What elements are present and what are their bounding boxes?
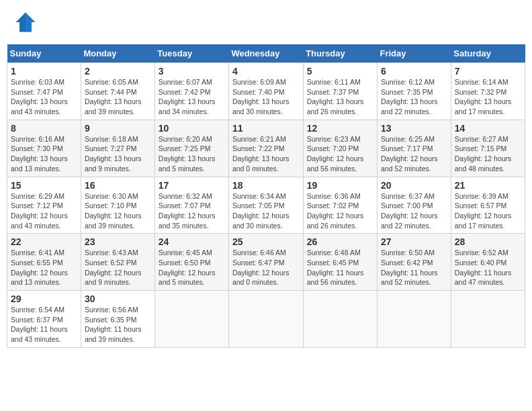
header-wednesday: Wednesday (228, 44, 303, 63)
logo-icon (13, 10, 38, 34)
day-number: 13 (381, 123, 447, 134)
calendar-cell: 9Sunrise: 6:18 AMSunset: 7:27 PMDaylight… (81, 120, 154, 177)
day-number: 28 (455, 236, 521, 247)
day-info: Sunrise: 6:56 AMSunset: 6:35 PMDaylight:… (85, 305, 151, 345)
calendar-cell: 8Sunrise: 6:16 AMSunset: 7:30 PMDaylight… (7, 120, 81, 177)
header-sunday: Sunday (7, 44, 81, 63)
calendar-cell: 6Sunrise: 6:12 AMSunset: 7:35 PMDaylight… (377, 63, 451, 120)
calendar-cell: 21Sunrise: 6:39 AMSunset: 6:57 PMDayligh… (451, 177, 525, 234)
header-thursday: Thursday (303, 44, 377, 63)
calendar-cell (377, 291, 451, 348)
day-number: 5 (307, 66, 373, 77)
day-info: Sunrise: 6:18 AMSunset: 7:27 PMDaylight:… (85, 134, 151, 174)
calendar-cell: 25Sunrise: 6:46 AMSunset: 6:47 PMDayligh… (228, 234, 303, 291)
day-info: Sunrise: 6:36 AMSunset: 7:02 PMDaylight:… (307, 191, 373, 231)
day-info: Sunrise: 6:23 AMSunset: 7:20 PMDaylight:… (307, 134, 373, 174)
calendar-header-row: SundayMondayTuesdayWednesdayThursdayFrid… (7, 44, 525, 63)
day-number: 11 (232, 123, 300, 134)
day-info: Sunrise: 6:14 AMSunset: 7:32 PMDaylight:… (455, 77, 521, 117)
day-info: Sunrise: 6:11 AMSunset: 7:37 PMDaylight:… (307, 77, 373, 117)
calendar-cell: 1Sunrise: 6:03 AMSunset: 7:47 PMDaylight… (7, 63, 81, 120)
day-number: 19 (307, 180, 373, 191)
calendar-cell: 18Sunrise: 6:34 AMSunset: 7:05 PMDayligh… (228, 177, 303, 234)
day-number: 27 (381, 236, 447, 247)
header-friday: Friday (377, 44, 451, 63)
day-info: Sunrise: 6:45 AMSunset: 6:50 PMDaylight:… (159, 248, 225, 287)
day-number: 22 (11, 236, 77, 247)
calendar-cell: 4Sunrise: 6:09 AMSunset: 7:40 PMDaylight… (228, 63, 303, 120)
day-info: Sunrise: 6:41 AMSunset: 6:55 PMDaylight:… (11, 248, 77, 287)
day-info: Sunrise: 6:20 AMSunset: 7:25 PMDaylight:… (159, 134, 225, 174)
day-info: Sunrise: 6:12 AMSunset: 7:35 PMDaylight:… (381, 77, 447, 117)
day-info: Sunrise: 6:25 AMSunset: 7:17 PMDaylight:… (381, 134, 447, 174)
day-number: 8 (11, 123, 77, 134)
calendar-week-3: 15Sunrise: 6:29 AMSunset: 7:12 PMDayligh… (7, 177, 525, 234)
day-number: 2 (85, 66, 151, 77)
day-number: 7 (455, 66, 521, 77)
calendar-cell: 5Sunrise: 6:11 AMSunset: 7:37 PMDaylight… (303, 63, 377, 120)
calendar-cell (154, 291, 228, 348)
day-info: Sunrise: 6:27 AMSunset: 7:15 PMDaylight:… (455, 134, 521, 174)
day-info: Sunrise: 6:09 AMSunset: 7:40 PMDaylight:… (232, 77, 300, 117)
calendar-cell: 2Sunrise: 6:05 AMSunset: 7:44 PMDaylight… (81, 63, 154, 120)
day-info: Sunrise: 6:16 AMSunset: 7:30 PMDaylight:… (11, 134, 77, 174)
calendar-cell: 17Sunrise: 6:32 AMSunset: 7:07 PMDayligh… (154, 177, 228, 234)
day-number: 15 (11, 180, 77, 191)
calendar-cell: 15Sunrise: 6:29 AMSunset: 7:12 PMDayligh… (7, 177, 81, 234)
calendar-cell: 30Sunrise: 6:56 AMSunset: 6:35 PMDayligh… (81, 291, 154, 348)
day-number: 16 (85, 180, 151, 191)
calendar-cell: 24Sunrise: 6:45 AMSunset: 6:50 PMDayligh… (154, 234, 228, 291)
calendar-week-1: 1Sunrise: 6:03 AMSunset: 7:47 PMDaylight… (7, 63, 525, 120)
day-number: 23 (85, 236, 151, 247)
calendar-cell: 22Sunrise: 6:41 AMSunset: 6:55 PMDayligh… (7, 234, 81, 291)
calendar-cell: 10Sunrise: 6:20 AMSunset: 7:25 PMDayligh… (154, 120, 228, 177)
calendar-week-4: 22Sunrise: 6:41 AMSunset: 6:55 PMDayligh… (7, 234, 525, 291)
day-info: Sunrise: 6:52 AMSunset: 6:40 PMDaylight:… (455, 248, 521, 287)
calendar-table: SundayMondayTuesdayWednesdayThursdayFrid… (7, 44, 525, 348)
day-number: 9 (85, 123, 151, 134)
day-info: Sunrise: 6:50 AMSunset: 6:42 PMDaylight:… (381, 248, 447, 287)
day-number: 3 (159, 66, 225, 77)
day-number: 14 (455, 123, 521, 134)
calendar-week-5: 29Sunrise: 6:54 AMSunset: 6:37 PMDayligh… (7, 291, 525, 348)
calendar-cell (303, 291, 377, 348)
calendar-cell: 11Sunrise: 6:21 AMSunset: 7:22 PMDayligh… (228, 120, 303, 177)
day-info: Sunrise: 6:05 AMSunset: 7:44 PMDaylight:… (85, 77, 151, 117)
day-info: Sunrise: 6:37 AMSunset: 7:00 PMDaylight:… (381, 191, 447, 231)
calendar-cell: 13Sunrise: 6:25 AMSunset: 7:17 PMDayligh… (377, 120, 451, 177)
calendar-cell: 19Sunrise: 6:36 AMSunset: 7:02 PMDayligh… (303, 177, 377, 234)
day-number: 10 (159, 123, 225, 134)
day-info: Sunrise: 6:46 AMSunset: 6:47 PMDaylight:… (232, 248, 300, 287)
day-number: 21 (455, 180, 521, 191)
day-number: 17 (159, 180, 225, 191)
calendar-cell (451, 291, 525, 348)
day-number: 29 (11, 293, 77, 304)
day-number: 25 (232, 236, 300, 247)
day-info: Sunrise: 6:43 AMSunset: 6:52 PMDaylight:… (85, 248, 151, 287)
day-info: Sunrise: 6:48 AMSunset: 6:45 PMDaylight:… (307, 248, 373, 287)
day-info: Sunrise: 6:29 AMSunset: 7:12 PMDaylight:… (11, 191, 77, 231)
calendar-cell: 26Sunrise: 6:48 AMSunset: 6:45 PMDayligh… (303, 234, 377, 291)
day-info: Sunrise: 6:30 AMSunset: 7:10 PMDaylight:… (85, 191, 151, 231)
calendar-cell: 23Sunrise: 6:43 AMSunset: 6:52 PMDayligh… (81, 234, 154, 291)
day-info: Sunrise: 6:34 AMSunset: 7:05 PMDaylight:… (232, 191, 300, 231)
calendar-cell: 28Sunrise: 6:52 AMSunset: 6:40 PMDayligh… (451, 234, 525, 291)
calendar-cell: 12Sunrise: 6:23 AMSunset: 7:20 PMDayligh… (303, 120, 377, 177)
calendar-cell: 27Sunrise: 6:50 AMSunset: 6:42 PMDayligh… (377, 234, 451, 291)
day-info: Sunrise: 6:39 AMSunset: 6:57 PMDaylight:… (455, 191, 521, 231)
day-number: 26 (307, 236, 373, 247)
svg-marker-1 (26, 13, 35, 32)
day-number: 12 (307, 123, 373, 134)
day-number: 30 (85, 293, 151, 304)
day-info: Sunrise: 6:03 AMSunset: 7:47 PMDaylight:… (11, 77, 77, 117)
calendar-week-2: 8Sunrise: 6:16 AMSunset: 7:30 PMDaylight… (7, 120, 525, 177)
day-info: Sunrise: 6:54 AMSunset: 6:37 PMDaylight:… (11, 305, 77, 345)
calendar-cell: 7Sunrise: 6:14 AMSunset: 7:32 PMDaylight… (451, 63, 525, 120)
header-saturday: Saturday (451, 44, 525, 63)
day-number: 1 (11, 66, 77, 77)
calendar-cell: 14Sunrise: 6:27 AMSunset: 7:15 PMDayligh… (451, 120, 525, 177)
header-monday: Monday (81, 44, 154, 63)
calendar-cell: 16Sunrise: 6:30 AMSunset: 7:10 PMDayligh… (81, 177, 154, 234)
logo (13, 10, 40, 34)
header-tuesday: Tuesday (154, 44, 228, 63)
